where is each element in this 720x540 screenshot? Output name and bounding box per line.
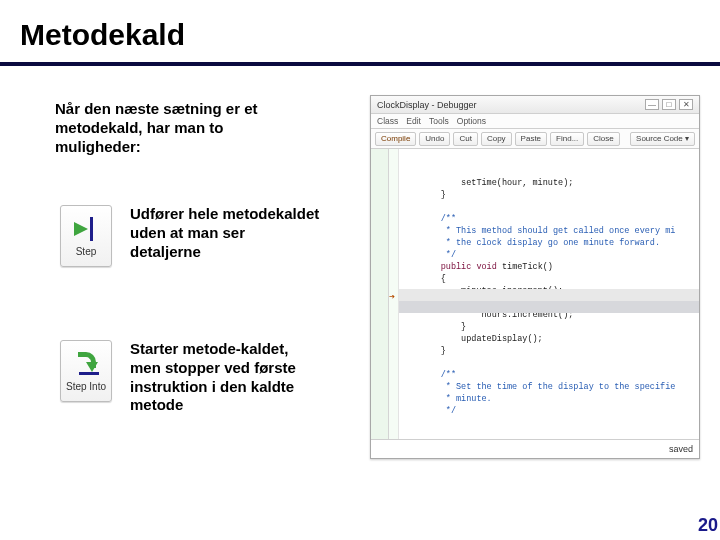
step-icon <box>72 215 100 243</box>
step-row: Step Udfører hele metodekaldet uden at m… <box>60 205 320 267</box>
breakpoint-gutter[interactable] <box>371 149 389 439</box>
step-into-description: Starter metode-kaldet, men stopper ved f… <box>130 340 320 415</box>
debugger-statusbar: saved <box>371 439 699 457</box>
source-dropdown[interactable]: Source Code ▾ <box>630 132 695 146</box>
undo-button[interactable]: Undo <box>419 132 450 146</box>
debugger-title: ClockDisplay - Debugger <box>377 100 477 110</box>
find-button[interactable]: Find... <box>550 132 584 146</box>
menu-class[interactable]: Class <box>377 116 398 126</box>
intro-text: Når den næste sætning er et metodekald, … <box>55 100 275 156</box>
window-close-icon[interactable]: ✕ <box>679 99 693 110</box>
menu-options[interactable]: Options <box>457 116 486 126</box>
status-text: saved <box>669 444 693 454</box>
title-underline <box>0 62 720 66</box>
page-number: 20 <box>698 515 718 536</box>
current-line-icon: ➔ <box>389 291 395 303</box>
copy-button[interactable]: Copy <box>481 132 512 146</box>
page-title: Metodekald <box>0 0 720 56</box>
step-into-button[interactable]: Step Into <box>60 340 112 402</box>
code-area[interactable]: ➔ setTime(hour, minute); } /** * This me… <box>371 149 699 439</box>
compile-button[interactable]: Compile <box>375 132 416 146</box>
step-label: Step <box>76 246 97 257</box>
step-into-icon <box>72 350 100 378</box>
step-description: Udfører hele metodekaldet uden at man se… <box>130 205 320 261</box>
code-text: setTime(hour, minute); } /** * This meth… <box>399 149 699 439</box>
cut-button[interactable]: Cut <box>453 132 477 146</box>
debugger-toolbar: Compile Undo Cut Copy Paste Find... Clos… <box>371 129 699 149</box>
window-maximize-icon[interactable]: □ <box>662 99 676 110</box>
step-into-label: Step Into <box>66 381 106 392</box>
window-minimize-icon[interactable]: — <box>645 99 659 110</box>
debugger-menubar: Class Edit Tools Options <box>371 114 699 129</box>
step-button[interactable]: Step <box>60 205 112 267</box>
stepinto-row: Step Into Starter metode-kaldet, men sto… <box>60 340 320 415</box>
menu-edit[interactable]: Edit <box>406 116 421 126</box>
debugger-titlebar[interactable]: ClockDisplay - Debugger — □ ✕ <box>371 96 699 114</box>
paste-button[interactable]: Paste <box>515 132 547 146</box>
debugger-window: ClockDisplay - Debugger — □ ✕ Class Edit… <box>370 95 700 459</box>
close-button[interactable]: Close <box>587 132 619 146</box>
menu-tools[interactable]: Tools <box>429 116 449 126</box>
step-gutter: ➔ <box>389 149 399 439</box>
